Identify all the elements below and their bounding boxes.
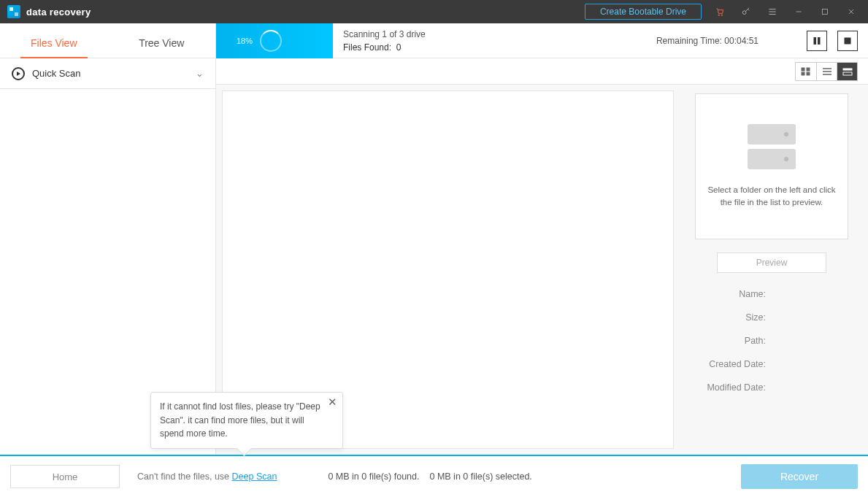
svg-rect-12 xyxy=(843,72,852,75)
app-logo-icon xyxy=(7,5,20,18)
svg-rect-6 xyxy=(845,38,850,44)
meta-modified: Modified Date: xyxy=(684,382,859,393)
scan-status-line: Scanning 1 of 3 drive xyxy=(343,28,426,41)
quick-scan-row[interactable]: Quick Scan ⌄ xyxy=(0,58,215,89)
view-detail-button[interactable] xyxy=(837,63,857,80)
scan-text: Scanning 1 of 3 drive Files Found: 0 xyxy=(343,28,426,54)
home-button[interactable]: Home xyxy=(10,465,120,488)
tab-files-view[interactable]: Files View xyxy=(0,37,108,58)
view-grid-button[interactable] xyxy=(796,63,816,80)
view-mode-switch xyxy=(795,62,858,81)
selected-summary: 0 MB in 0 file(s) selected. xyxy=(429,471,531,482)
deep-scan-hint: Can't find the files, use Deep Scan xyxy=(137,471,277,482)
tooltip-close-button[interactable]: ✕ xyxy=(326,396,338,407)
drive-icon xyxy=(748,124,796,172)
preview-panel: Select a folder on the left and click th… xyxy=(684,90,859,449)
stop-button[interactable] xyxy=(837,31,858,51)
deep-scan-tooltip: ✕ If it cannot find lost files, please t… xyxy=(150,392,343,449)
svg-rect-8 xyxy=(807,68,810,71)
deep-scan-link[interactable]: Deep Scan xyxy=(232,471,277,482)
scan-icon xyxy=(12,67,25,80)
spinner-icon xyxy=(260,30,282,52)
svg-point-2 xyxy=(742,11,746,15)
meta-created: Created Date: xyxy=(684,359,859,369)
meta-size: Size: xyxy=(684,312,859,323)
tooltip-text: If it cannot find lost files, please try… xyxy=(160,401,320,439)
sidebar: Files View Tree View Quick Scan ⌄ xyxy=(0,23,216,455)
svg-rect-4 xyxy=(814,37,816,45)
main-area: 18% Scanning 1 of 3 drive Files Found: 0… xyxy=(216,23,868,455)
create-bootable-drive-button[interactable]: Create Bootable Drive xyxy=(585,4,702,20)
file-meta: Name: Size: Path: Created Date: Modified… xyxy=(684,289,859,406)
footer: Home Can't find the files, use Deep Scan… xyxy=(0,455,868,497)
quick-scan-label: Quick Scan xyxy=(32,68,80,79)
sidebar-tabs: Files View Tree View xyxy=(0,23,215,58)
tab-tree-view[interactable]: Tree View xyxy=(108,37,216,58)
meta-path: Path: xyxy=(684,336,859,346)
scan-status-bar: 18% Scanning 1 of 3 drive Files Found: 0… xyxy=(216,23,868,58)
remaining-time: Remaining Time: 00:04:51 xyxy=(656,36,758,46)
found-summary: 0 MB in 0 file(s) found. xyxy=(328,471,419,482)
preview-box: Select a folder on the left and click th… xyxy=(695,93,848,239)
meta-name: Name: xyxy=(684,289,859,299)
menu-icon[interactable] xyxy=(764,4,780,20)
svg-point-0 xyxy=(718,15,720,16)
svg-rect-7 xyxy=(802,68,804,71)
chevron-down-icon: ⌄ xyxy=(196,68,204,79)
svg-rect-11 xyxy=(843,69,852,70)
files-found-line: Files Found: 0 xyxy=(343,41,426,54)
view-toolbar xyxy=(216,58,868,85)
key-icon[interactable] xyxy=(738,4,754,20)
pause-button[interactable] xyxy=(807,31,827,51)
view-list-button[interactable] xyxy=(816,63,837,80)
scan-progress: 18% xyxy=(216,23,333,58)
preview-message: Select a folder on the left and click th… xyxy=(703,184,840,209)
cart-icon[interactable] xyxy=(712,4,728,20)
app-title: data recovery xyxy=(26,7,91,18)
svg-rect-10 xyxy=(807,72,810,75)
recover-button[interactable]: Recover xyxy=(741,464,858,489)
scan-percent: 18% xyxy=(237,36,253,45)
svg-point-1 xyxy=(721,15,723,16)
window-maximize-button[interactable] xyxy=(817,4,833,20)
svg-rect-5 xyxy=(818,37,821,45)
preview-button[interactable]: Preview xyxy=(717,253,826,273)
window-close-button[interactable] xyxy=(843,4,859,20)
window-minimize-button[interactable] xyxy=(791,4,807,20)
svg-rect-9 xyxy=(802,72,804,75)
title-bar: data recovery Create Bootable Drive xyxy=(0,0,868,23)
svg-rect-3 xyxy=(823,9,828,15)
